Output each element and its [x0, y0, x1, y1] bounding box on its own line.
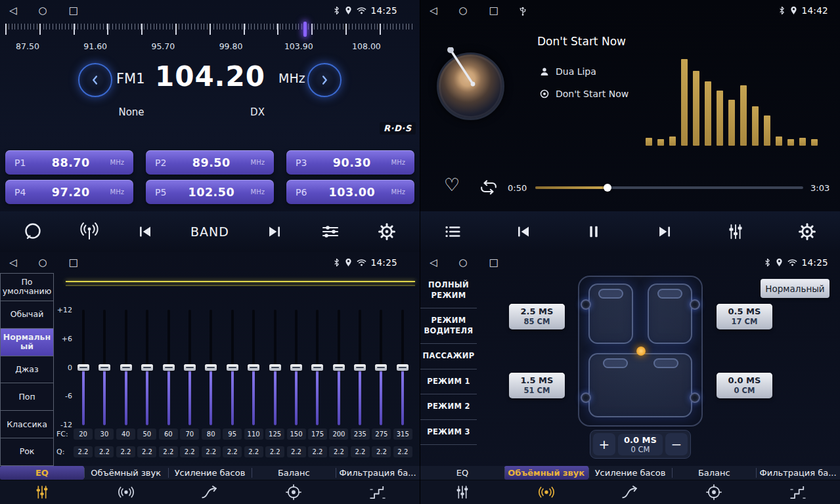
sound-mode-item[interactable]: ПАССАЖИР	[420, 344, 477, 369]
nav-home-icon[interactable]: ○	[39, 258, 47, 268]
eq-slider-handle[interactable]	[227, 364, 238, 371]
sound-mode-item[interactable]: РЕЖИМ 2	[420, 394, 477, 420]
broadcast-button[interactable]	[79, 221, 100, 242]
speaker-rear-left-icon[interactable]	[581, 392, 591, 403]
eq-preset-item[interactable]: Классика	[0, 411, 54, 438]
eq-preset-item[interactable]: Нормальный	[0, 329, 54, 356]
eq-band-slider[interactable]	[223, 310, 242, 425]
eq-band-slider[interactable]	[371, 310, 391, 425]
eq-band-slider[interactable]	[180, 310, 200, 425]
previous-button[interactable]	[135, 222, 155, 242]
eq-slider-handle[interactable]	[311, 364, 323, 371]
tab-surround[interactable]: Объёмный звук	[504, 466, 588, 480]
nav-back-icon[interactable]: ◁	[9, 6, 17, 16]
eq-slider-handle[interactable]	[141, 364, 153, 371]
preset-p2[interactable]: P289.50MHz	[146, 150, 274, 175]
playlist-button[interactable]	[443, 222, 462, 242]
seek-bar[interactable]	[535, 186, 803, 189]
eq-slider-handle[interactable]	[120, 364, 132, 371]
next-button[interactable]	[265, 222, 284, 242]
tab-bass-icon-cell[interactable]	[168, 480, 252, 504]
band-button[interactable]: BAND	[190, 224, 229, 239]
nav-home-icon[interactable]: ○	[459, 258, 468, 268]
eq-band-slider[interactable]	[95, 310, 114, 425]
eq-slider-handle[interactable]	[248, 364, 259, 371]
preset-p5[interactable]: P5102.50MHz	[146, 180, 274, 204]
tab-filter-icon-cell[interactable]	[336, 480, 420, 504]
eq-band-slider[interactable]	[350, 310, 370, 425]
nav-back-icon[interactable]: ◁	[430, 258, 437, 268]
tab-balance[interactable]: Баланс	[252, 466, 336, 480]
sound-mode-item[interactable]: РЕЖИМ ВОДИТЕЛЯ	[420, 308, 477, 344]
speaker-front-left-icon[interactable]	[581, 299, 591, 310]
tab-surround-icon-cell[interactable]	[84, 480, 168, 504]
eq-slider-handle[interactable]	[205, 364, 217, 371]
previous-track-button[interactable]	[514, 222, 533, 242]
eq-preset-item[interactable]: Джаз	[0, 356, 54, 384]
nav-back-icon[interactable]: ◁	[430, 6, 437, 16]
eq-band-slider[interactable]	[159, 310, 179, 425]
sound-mode-item[interactable]: РЕЖИМ 3	[420, 420, 477, 446]
eq-preset-item[interactable]: По умолчанию	[0, 274, 54, 301]
eq-band-slider[interactable]	[286, 310, 306, 425]
delay-front-right-button[interactable]: 0.5 MS 17 CM	[717, 304, 772, 329]
tab-surround[interactable]: Объёмный звук	[84, 466, 168, 480]
tab-surround-icon-cell[interactable]	[504, 480, 588, 504]
tab-balance-icon-cell[interactable]	[672, 480, 756, 504]
tune-up-button[interactable]	[307, 63, 342, 97]
eq-band-slider[interactable]	[116, 310, 136, 425]
eq-band-slider[interactable]	[201, 310, 221, 425]
tuner-indicator[interactable]	[303, 22, 307, 37]
eq-slider-handle[interactable]	[397, 364, 409, 371]
eq-slider-handle[interactable]	[354, 364, 366, 371]
nav-recents-icon[interactable]: □	[489, 6, 498, 16]
eq-band-slider[interactable]	[244, 310, 263, 425]
eq-slider-handle[interactable]	[290, 364, 302, 371]
repeat-button[interactable]	[478, 178, 499, 198]
nav-home-icon[interactable]: ○	[459, 6, 468, 16]
delay-front-left-button[interactable]: 2.5 MS 85 CM	[509, 304, 565, 329]
tab-balance-icon-cell[interactable]	[252, 480, 336, 504]
preset-p4[interactable]: P497.20MHz	[5, 180, 133, 204]
eq-slider-handle[interactable]	[333, 364, 345, 371]
eq-slider-handle[interactable]	[163, 364, 175, 371]
pause-button[interactable]	[585, 222, 603, 241]
tab-bass-boost[interactable]: Усиление басов	[588, 466, 673, 480]
preset-p1[interactable]: P188.70MHz	[5, 150, 133, 175]
sound-mode-item[interactable]: ПОЛНЫЙ РЕЖИМ	[420, 273, 477, 308]
eq-band-slider[interactable]	[393, 310, 412, 425]
progress-thumb[interactable]	[604, 184, 611, 192]
settings-button[interactable]	[376, 221, 397, 242]
sound-mode-item[interactable]: РЕЖИМ 1	[420, 369, 477, 395]
tab-eq-icon-cell[interactable]	[0, 480, 84, 504]
preset-p3[interactable]: P390.30MHz	[286, 150, 414, 175]
eq-slider-handle[interactable]	[184, 364, 196, 371]
tab-filter[interactable]: Фильтрация ба...	[756, 466, 840, 480]
nav-back-icon[interactable]: ◁	[9, 258, 17, 268]
tab-filter[interactable]: Фильтрация ба...	[336, 466, 420, 480]
eq-band-slider[interactable]	[307, 310, 327, 425]
scan-button[interactable]	[22, 221, 43, 242]
tab-bass-boost[interactable]: Усиление басов	[168, 466, 252, 480]
next-track-button[interactable]	[655, 222, 674, 242]
nav-recents-icon[interactable]: □	[489, 258, 498, 268]
equalizer-button[interactable]	[726, 222, 745, 242]
delay-increase-button[interactable]: +	[593, 433, 615, 455]
tab-eq-icon-cell[interactable]	[420, 480, 504, 504]
tune-down-button[interactable]	[78, 63, 112, 97]
eq-band-slider[interactable]	[74, 310, 93, 425]
tab-balance[interactable]: Баланс	[672, 466, 756, 480]
equalizer-button[interactable]	[320, 221, 341, 242]
nav-recents-icon[interactable]: □	[69, 258, 78, 268]
eq-band-slider[interactable]	[137, 310, 157, 425]
preset-p6[interactable]: P6103.00MHz	[286, 180, 414, 204]
nav-home-icon[interactable]: ○	[39, 6, 47, 16]
nav-recents-icon[interactable]: □	[69, 6, 78, 16]
tab-eq[interactable]: EQ	[0, 466, 84, 480]
eq-preset-item[interactable]: Рок	[0, 438, 54, 466]
seat-front-left[interactable]	[588, 284, 633, 344]
seat-front-right[interactable]	[648, 284, 692, 344]
eq-slider-handle[interactable]	[77, 364, 89, 371]
speaker-rear-right-icon[interactable]	[690, 392, 700, 403]
tab-bass-icon-cell[interactable]	[588, 480, 673, 504]
